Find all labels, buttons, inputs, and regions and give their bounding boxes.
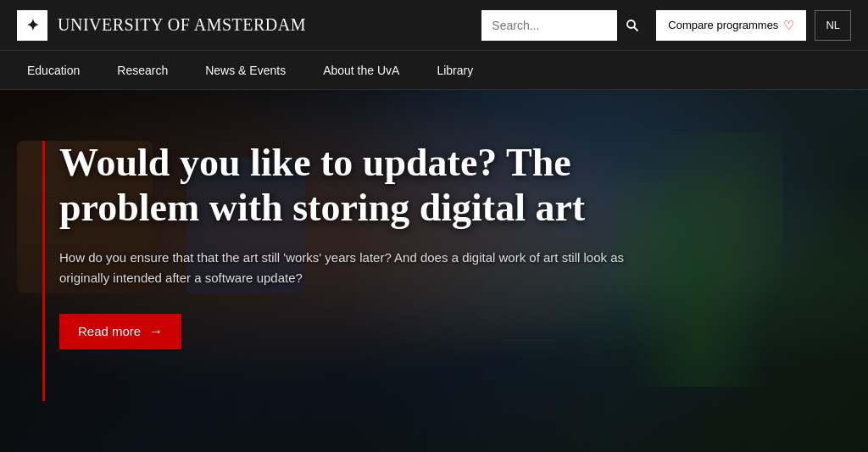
hero-title: Would you like to update? The problem wi… bbox=[59, 141, 653, 231]
heart-icon: ♡ bbox=[783, 18, 794, 33]
search-box bbox=[481, 10, 648, 41]
nav-item-about-uva[interactable]: About the UvA bbox=[304, 51, 418, 90]
search-icon bbox=[626, 19, 639, 32]
nav-item-education[interactable]: Education bbox=[8, 51, 98, 90]
read-more-label: Read more bbox=[78, 324, 141, 338]
logo-area: ✦ University of Amsterdam bbox=[17, 10, 306, 41]
language-toggle-button[interactable]: NL bbox=[815, 10, 851, 41]
university-name: University of Amsterdam bbox=[58, 15, 306, 35]
hero-section: Would you like to update? The problem wi… bbox=[0, 90, 868, 452]
compare-label: Compare programmes bbox=[668, 19, 778, 31]
nav-item-research[interactable]: Research bbox=[98, 51, 186, 90]
read-more-button[interactable]: Read more → bbox=[59, 314, 181, 349]
compare-programmes-button[interactable]: Compare programmes ♡ bbox=[656, 10, 806, 41]
logo-icon: ✦ bbox=[17, 10, 47, 41]
search-input[interactable] bbox=[481, 10, 617, 41]
arrow-icon: → bbox=[149, 324, 163, 339]
main-nav: Education Research News & Events About t… bbox=[0, 51, 868, 90]
hero-content: Would you like to update? The problem wi… bbox=[59, 141, 653, 349]
search-button[interactable] bbox=[617, 10, 648, 41]
nav-item-library[interactable]: Library bbox=[418, 51, 492, 90]
top-right-controls: Compare programmes ♡ NL bbox=[481, 10, 851, 41]
nav-item-news-events[interactable]: News & Events bbox=[186, 51, 304, 90]
hero-accent-line bbox=[42, 141, 45, 401]
top-bar: ✦ University of Amsterdam Compare progra… bbox=[0, 0, 868, 51]
hero-description: How do you ensure that that the art stil… bbox=[59, 248, 636, 288]
svg-line-1 bbox=[634, 27, 637, 31]
